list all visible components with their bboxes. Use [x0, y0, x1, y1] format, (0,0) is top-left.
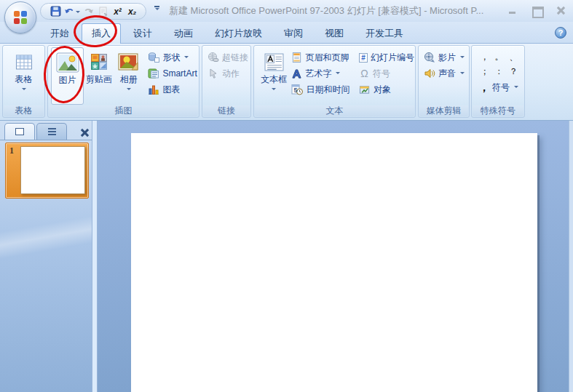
- symbol-cell-comma[interactable]: ，: [478, 50, 491, 64]
- table-icon: [15, 49, 33, 74]
- qat-more-bar-icon: [154, 6, 159, 7]
- special-symbol-label: 符号: [492, 81, 510, 94]
- subscript-label: x₂: [128, 7, 136, 17]
- smartart-button[interactable]: SmartArt: [146, 65, 198, 81]
- panel-close-button[interactable]: [81, 129, 89, 137]
- action-icon: [208, 68, 219, 79]
- slide-number-label: 幻灯片编号: [371, 52, 414, 64]
- special-symbol-comma-icon: ，: [479, 84, 489, 91]
- tab-home[interactable]: 开始: [41, 23, 79, 44]
- maximize-button[interactable]: [532, 7, 542, 15]
- group-table: 表格 表格: [2, 45, 45, 118]
- table-label: 表格: [15, 74, 33, 85]
- vertical-scrollbar[interactable]: [569, 121, 573, 392]
- chart-icon: [148, 84, 159, 95]
- slides-tab-icon: [15, 128, 24, 135]
- datetime-icon: 5: [291, 84, 303, 95]
- photo-album-icon: [118, 49, 140, 74]
- special-symbol-button[interactable]: ， 符号: [478, 79, 520, 95]
- datetime-label: 日期和时间: [306, 84, 349, 96]
- object-button[interactable]: 对象: [357, 81, 414, 97]
- undo-dropdown-arrow-icon: [76, 11, 80, 15]
- wordart-button[interactable]: 艺术字: [290, 65, 357, 81]
- office-button[interactable]: [4, 1, 36, 33]
- sound-label: 声音: [438, 68, 456, 80]
- group-text: 文本框 页眉和页脚: [253, 45, 416, 118]
- symbol-cell-period[interactable]: 。: [493, 50, 505, 64]
- shapes-button[interactable]: 形状: [146, 49, 198, 65]
- quick-access-toolbar: x² x₂: [40, 3, 146, 20]
- header-footer-label: 页眉和页脚: [305, 52, 349, 64]
- document-preview-button[interactable]: [97, 5, 109, 18]
- close-button[interactable]: [556, 7, 566, 15]
- group-media: 影片 声音 媒体剪辑: [418, 45, 470, 118]
- textbox-button[interactable]: 文本框: [258, 47, 290, 105]
- document-icon: [98, 7, 108, 17]
- action-button[interactable]: 动作: [206, 65, 248, 81]
- sound-icon: [424, 68, 435, 79]
- picture-button[interactable]: 图片: [51, 47, 84, 105]
- slides-panel-tabs: [0, 121, 92, 140]
- ribbon-tabstrip: 开始 插入 设计 动画 幻灯片放映 审阅 视图 开发工具: [0, 22, 573, 44]
- tab-developer[interactable]: 开发工具: [356, 23, 413, 44]
- tab-animations[interactable]: 动画: [165, 23, 202, 44]
- photo-album-button[interactable]: 相册: [114, 47, 143, 105]
- clipart-icon: [91, 49, 107, 74]
- wordart-dropdown-arrow-icon: [336, 72, 340, 76]
- symbol-cell-question[interactable]: ？: [507, 65, 520, 79]
- clipart-button[interactable]: 剪贴画: [84, 47, 114, 105]
- movie-label: 影片: [438, 52, 456, 64]
- picture-icon: [56, 50, 79, 75]
- symbol-button[interactable]: Ω 符号: [357, 65, 414, 81]
- symbol-cell-enum-comma[interactable]: 、: [507, 50, 520, 64]
- slide-number-button[interactable]: # 幻灯片编号: [357, 49, 414, 65]
- textbox-label: 文本框: [261, 74, 287, 85]
- tab-insert[interactable]: 插入: [82, 23, 121, 44]
- workspace: 1: [0, 121, 573, 392]
- action-label: 动作: [222, 68, 240, 80]
- symbol-label: 符号: [373, 68, 390, 80]
- group-text-label: 文本: [255, 105, 414, 116]
- table-button[interactable]: 表格: [15, 47, 33, 105]
- sound-button[interactable]: 声音: [422, 65, 465, 81]
- ribbon-tabs: 开始 插入 设计 动画 幻灯片放映 审阅 视图 开发工具: [41, 23, 413, 44]
- clipart-label: 剪贴画: [86, 74, 112, 85]
- datetime-button[interactable]: 5 日期和时间: [290, 81, 357, 97]
- object-label: 对象: [374, 84, 391, 96]
- save-button[interactable]: [50, 5, 62, 18]
- symbol-cell-colon[interactable]: ：: [493, 65, 505, 79]
- shapes-icon: [148, 52, 159, 63]
- window-title: 新建 Microsoft Office PowerPoint 97-2003 幻…: [169, 0, 493, 22]
- tab-slideshow[interactable]: 幻灯片放映: [205, 23, 272, 44]
- table-dropdown-arrow-icon: [22, 88, 26, 92]
- superscript-button[interactable]: x²: [111, 5, 124, 18]
- movie-button[interactable]: 影片: [422, 49, 465, 65]
- subscript-button[interactable]: x₂: [126, 5, 138, 18]
- slides-tab[interactable]: [4, 123, 35, 140]
- slide-number-icon: #: [359, 53, 368, 63]
- datetime-icon-digit: 5: [293, 87, 297, 94]
- wordart-icon: [291, 68, 302, 79]
- customize-qat-button[interactable]: [154, 6, 159, 12]
- tab-design[interactable]: 设计: [124, 23, 162, 44]
- photo-album-dropdown-arrow-icon: [127, 88, 131, 92]
- help-button[interactable]: ?: [555, 27, 566, 39]
- tab-view[interactable]: 视图: [315, 23, 353, 44]
- tab-review[interactable]: 审阅: [274, 23, 312, 44]
- slide-thumbnail-selected[interactable]: 1: [5, 143, 89, 199]
- outline-tab[interactable]: [36, 123, 67, 140]
- superscript-label: x²: [114, 7, 122, 17]
- undo-button[interactable]: [64, 5, 80, 18]
- header-footer-button[interactable]: 页眉和页脚: [290, 49, 357, 65]
- symbol-omega-icon: Ω: [359, 68, 370, 79]
- slide-page[interactable]: [131, 133, 537, 392]
- sound-dropdown-arrow-icon: [460, 72, 465, 76]
- hyperlink-button[interactable]: 超链接: [206, 49, 248, 65]
- editing-canvas: [98, 121, 573, 392]
- minimize-button[interactable]: [508, 7, 518, 15]
- symbol-cell-semicolon[interactable]: ；: [478, 65, 491, 79]
- group-special-symbols-label: 特殊符号: [473, 105, 523, 116]
- chart-button[interactable]: 图表: [146, 81, 198, 97]
- redo-button[interactable]: [82, 5, 95, 18]
- panel-splitter[interactable]: [92, 121, 98, 392]
